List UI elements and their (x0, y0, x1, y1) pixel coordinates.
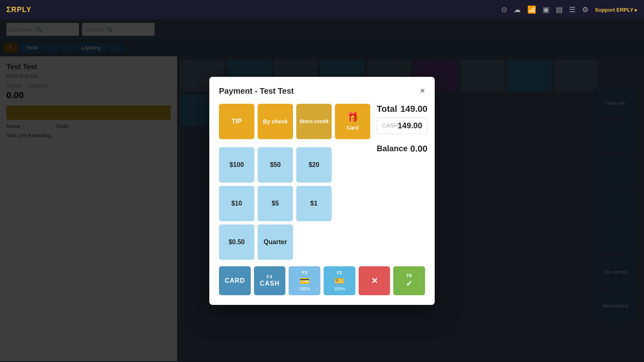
pay-card-button[interactable]: CARD (219, 266, 251, 295)
denom-1[interactable]: $1 (296, 186, 332, 221)
denom-quarter[interactable]: Quarter (258, 224, 293, 260)
cash-input-value: 149.00 (398, 121, 422, 130)
dialog-title: Payment - Test Test (219, 86, 294, 96)
cancel-icon: ✕ (371, 276, 378, 286)
app-logo: ΣRPLY (6, 6, 31, 14)
denom-050[interactable]: $0.50 (219, 224, 254, 260)
modal-overlay: Payment - Test Test × TIP By check Store… (0, 19, 644, 362)
action-buttons-row: CARD F4 CASH F3 💳 100% F2 🎫 100% ✕ (219, 266, 425, 295)
f3-fkey-label: F3 (302, 270, 307, 275)
payment-dialog: Payment - Test Test × TIP By check Store… (209, 77, 435, 305)
total-row: Total 149.00 (377, 104, 427, 114)
display-icon[interactable]: ▣ (543, 5, 549, 14)
denom-5[interactable]: $5 (258, 186, 293, 221)
f2-check-button[interactable]: F2 🎫 100% (324, 266, 355, 295)
tip-button[interactable]: TIP (219, 104, 254, 139)
total-label: Total (377, 104, 397, 114)
card-pay-label: CARD (225, 277, 245, 284)
cash-input-row[interactable]: CASH 149.00 (377, 117, 427, 134)
alert-icon[interactable]: ⊙ (501, 5, 507, 14)
menu-icon[interactable]: ☰ (569, 5, 576, 14)
f3-card-button[interactable]: F3 💳 100% (289, 266, 320, 295)
denom-20[interactable]: $20 (296, 147, 332, 183)
f3-pct-label: 100% (299, 286, 310, 291)
cash-input-placeholder: CASH (382, 122, 398, 129)
close-button[interactable]: × (420, 86, 425, 95)
dialog-header: Payment - Test Test × (219, 86, 425, 96)
cash-fkey-label: F4 (267, 274, 273, 279)
balance-row: Balance 0.00 (377, 144, 427, 154)
denomination-grid: $100 $50 $20 $10 $5 $1 $0.50 Quarter (219, 147, 370, 260)
denom-100[interactable]: $100 (219, 147, 254, 183)
balance-amount: 0.00 (410, 144, 427, 154)
cash-pay-label: CASH (260, 280, 279, 287)
left-panel: TIP By check Store credit 🎁 Card $100 $5… (219, 104, 370, 260)
pay-cash-button[interactable]: F4 CASH (254, 266, 286, 295)
denom-10[interactable]: $10 (219, 186, 254, 221)
confirm-button[interactable]: F8 ✓ (393, 266, 425, 295)
layout-icon[interactable]: ▤ (556, 5, 563, 14)
gift-card-label: Card (347, 125, 359, 131)
check-icon: 🎫 (334, 276, 345, 286)
gift-card-button[interactable]: 🎁 Card (335, 104, 370, 139)
store-credit-button[interactable]: Store credit (296, 104, 332, 139)
f2-fkey-label: F2 (337, 270, 342, 275)
support-link[interactable]: Support ERPLY ▸ (595, 7, 638, 13)
settings-icon[interactable]: ⚙ (582, 5, 588, 14)
cancel-button[interactable]: ✕ (359, 266, 390, 295)
navbar-right: ⊙ ☁ 📶 ▣ ▤ ☰ ⚙ Support ERPLY ▸ (501, 5, 638, 14)
credit-card-icon: 💳 (299, 276, 310, 286)
cloud-icon[interactable]: ☁ (514, 5, 521, 14)
f2-pct-label: 100% (334, 286, 345, 291)
payment-type-row: TIP By check Store credit 🎁 Card (219, 104, 370, 139)
dialog-body: TIP By check Store credit 🎁 Card $100 $5… (219, 104, 425, 260)
signal-icon[interactable]: 📶 (527, 5, 536, 14)
denom-50[interactable]: $50 (258, 147, 293, 183)
f8-label: F8 (407, 273, 412, 278)
navbar: ΣRPLY ⊙ ☁ 📶 ▣ ▤ ☰ ⚙ Support ERPLY ▸ (0, 0, 644, 19)
balance-label: Balance (377, 144, 408, 153)
total-amount: 149.00 (400, 104, 427, 114)
gift-icon: 🎁 (347, 112, 359, 123)
right-panel: Total 149.00 CASH 149.00 Balance 0.00 (377, 104, 427, 260)
by-check-button[interactable]: By check (258, 104, 293, 139)
confirm-icon: ✓ (406, 279, 413, 288)
